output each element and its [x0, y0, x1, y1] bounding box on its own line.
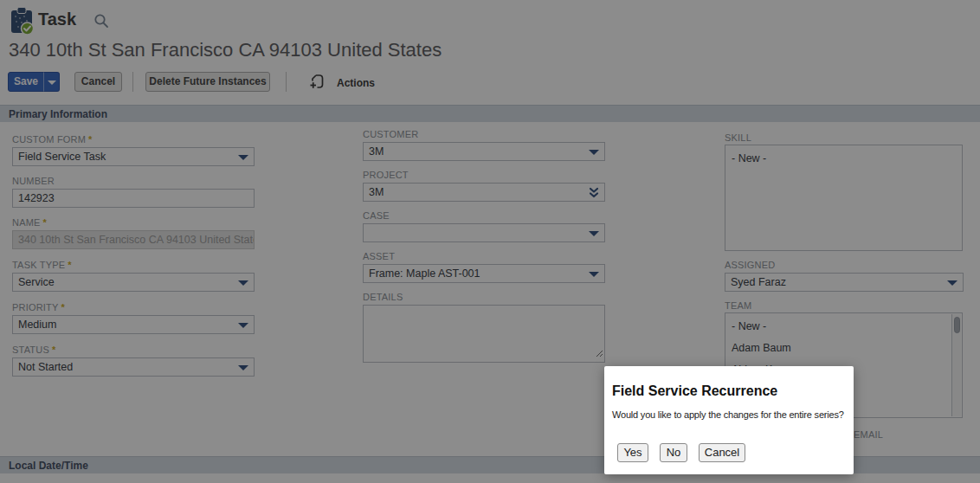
dialog-title: Field Service Recurrence: [612, 383, 777, 399]
yes-button[interactable]: Yes: [617, 443, 648, 462]
dialog-cancel-button[interactable]: Cancel: [699, 443, 745, 462]
dialog-message: Would you like to apply the changes for …: [612, 409, 844, 420]
no-button[interactable]: No: [660, 443, 687, 462]
task-record-page: Task 340 10th St San Francisco CA 94103 …: [0, 0, 980, 483]
field-service-recurrence-dialog: Field Service Recurrence Would you like …: [604, 366, 854, 474]
